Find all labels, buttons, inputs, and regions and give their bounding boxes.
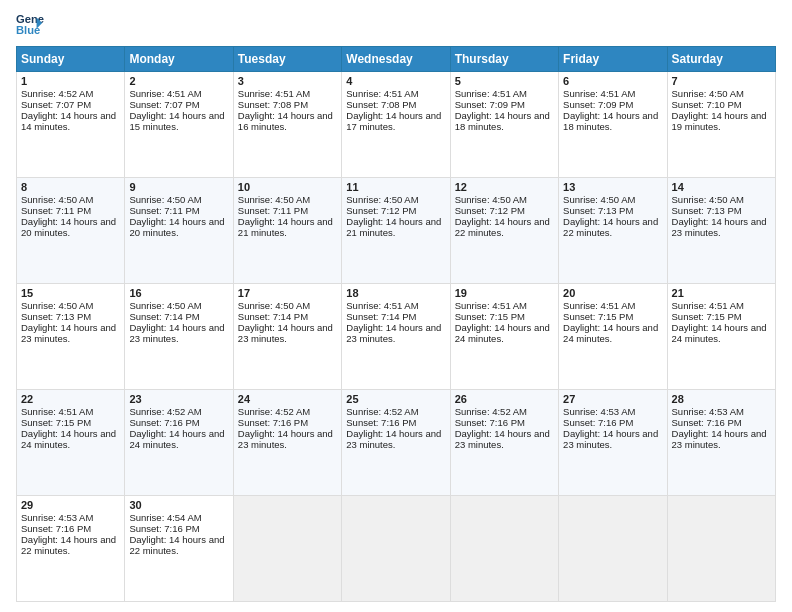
day-number: 11 bbox=[346, 181, 445, 193]
calendar-cell: 11Sunrise: 4:50 AMSunset: 7:12 PMDayligh… bbox=[342, 178, 450, 284]
calendar-cell: 22Sunrise: 4:51 AMSunset: 7:15 PMDayligh… bbox=[17, 390, 125, 496]
daylight-label: Daylight: 14 hours and 22 minutes. bbox=[455, 216, 550, 238]
daylight-label: Daylight: 14 hours and 23 minutes. bbox=[672, 428, 767, 450]
calendar-cell: 2Sunrise: 4:51 AMSunset: 7:07 PMDaylight… bbox=[125, 72, 233, 178]
day-number: 24 bbox=[238, 393, 337, 405]
weekday-header: Sunday bbox=[17, 47, 125, 72]
daylight-label: Daylight: 14 hours and 18 minutes. bbox=[563, 110, 658, 132]
sunrise-label: Sunrise: 4:51 AM bbox=[563, 88, 635, 99]
page: General Blue SundayMondayTuesdayWednesda… bbox=[0, 0, 792, 612]
sunrise-label: Sunrise: 4:51 AM bbox=[238, 88, 310, 99]
sunrise-label: Sunrise: 4:51 AM bbox=[672, 300, 744, 311]
sunset-label: Sunset: 7:12 PM bbox=[346, 205, 416, 216]
daylight-label: Daylight: 14 hours and 24 minutes. bbox=[672, 322, 767, 344]
sunrise-label: Sunrise: 4:50 AM bbox=[672, 194, 744, 205]
sunrise-label: Sunrise: 4:53 AM bbox=[672, 406, 744, 417]
calendar-cell: 23Sunrise: 4:52 AMSunset: 7:16 PMDayligh… bbox=[125, 390, 233, 496]
header: General Blue bbox=[16, 10, 776, 38]
sunrise-label: Sunrise: 4:51 AM bbox=[346, 88, 418, 99]
sunrise-label: Sunrise: 4:52 AM bbox=[238, 406, 310, 417]
calendar-cell bbox=[667, 496, 775, 602]
sunset-label: Sunset: 7:11 PM bbox=[21, 205, 91, 216]
sunset-label: Sunset: 7:13 PM bbox=[21, 311, 91, 322]
calendar-cell: 3Sunrise: 4:51 AMSunset: 7:08 PMDaylight… bbox=[233, 72, 341, 178]
daylight-label: Daylight: 14 hours and 14 minutes. bbox=[21, 110, 116, 132]
calendar-cell: 8Sunrise: 4:50 AMSunset: 7:11 PMDaylight… bbox=[17, 178, 125, 284]
day-number: 3 bbox=[238, 75, 337, 87]
calendar-cell: 27Sunrise: 4:53 AMSunset: 7:16 PMDayligh… bbox=[559, 390, 667, 496]
day-number: 6 bbox=[563, 75, 662, 87]
sunset-label: Sunset: 7:14 PM bbox=[346, 311, 416, 322]
sunset-label: Sunset: 7:14 PM bbox=[129, 311, 199, 322]
calendar-cell: 26Sunrise: 4:52 AMSunset: 7:16 PMDayligh… bbox=[450, 390, 558, 496]
sunrise-label: Sunrise: 4:50 AM bbox=[563, 194, 635, 205]
calendar-cell: 20Sunrise: 4:51 AMSunset: 7:15 PMDayligh… bbox=[559, 284, 667, 390]
day-number: 27 bbox=[563, 393, 662, 405]
calendar-cell: 17Sunrise: 4:50 AMSunset: 7:14 PMDayligh… bbox=[233, 284, 341, 390]
sunset-label: Sunset: 7:16 PM bbox=[455, 417, 525, 428]
daylight-label: Daylight: 14 hours and 20 minutes. bbox=[21, 216, 116, 238]
sunset-label: Sunset: 7:16 PM bbox=[238, 417, 308, 428]
daylight-label: Daylight: 14 hours and 23 minutes. bbox=[346, 322, 441, 344]
sunset-label: Sunset: 7:13 PM bbox=[672, 205, 742, 216]
day-number: 17 bbox=[238, 287, 337, 299]
calendar-cell: 19Sunrise: 4:51 AMSunset: 7:15 PMDayligh… bbox=[450, 284, 558, 390]
sunrise-label: Sunrise: 4:52 AM bbox=[346, 406, 418, 417]
day-number: 25 bbox=[346, 393, 445, 405]
day-number: 7 bbox=[672, 75, 771, 87]
sunrise-label: Sunrise: 4:54 AM bbox=[129, 512, 201, 523]
calendar-cell bbox=[559, 496, 667, 602]
daylight-label: Daylight: 14 hours and 21 minutes. bbox=[346, 216, 441, 238]
calendar-cell: 7Sunrise: 4:50 AMSunset: 7:10 PMDaylight… bbox=[667, 72, 775, 178]
sunset-label: Sunset: 7:16 PM bbox=[21, 523, 91, 534]
day-number: 14 bbox=[672, 181, 771, 193]
calendar-cell: 1Sunrise: 4:52 AMSunset: 7:07 PMDaylight… bbox=[17, 72, 125, 178]
sunrise-label: Sunrise: 4:50 AM bbox=[238, 300, 310, 311]
sunrise-label: Sunrise: 4:51 AM bbox=[21, 406, 93, 417]
weekday-header: Monday bbox=[125, 47, 233, 72]
daylight-label: Daylight: 14 hours and 18 minutes. bbox=[455, 110, 550, 132]
sunrise-label: Sunrise: 4:50 AM bbox=[238, 194, 310, 205]
calendar-cell bbox=[450, 496, 558, 602]
daylight-label: Daylight: 14 hours and 23 minutes. bbox=[455, 428, 550, 450]
sunrise-label: Sunrise: 4:51 AM bbox=[346, 300, 418, 311]
daylight-label: Daylight: 14 hours and 22 minutes. bbox=[563, 216, 658, 238]
weekday-header: Wednesday bbox=[342, 47, 450, 72]
day-number: 22 bbox=[21, 393, 120, 405]
calendar-cell: 28Sunrise: 4:53 AMSunset: 7:16 PMDayligh… bbox=[667, 390, 775, 496]
sunrise-label: Sunrise: 4:50 AM bbox=[346, 194, 418, 205]
sunset-label: Sunset: 7:10 PM bbox=[672, 99, 742, 110]
day-number: 13 bbox=[563, 181, 662, 193]
weekday-header: Tuesday bbox=[233, 47, 341, 72]
sunrise-label: Sunrise: 4:52 AM bbox=[21, 88, 93, 99]
sunrise-label: Sunrise: 4:50 AM bbox=[21, 194, 93, 205]
calendar-cell: 16Sunrise: 4:50 AMSunset: 7:14 PMDayligh… bbox=[125, 284, 233, 390]
calendar-cell bbox=[233, 496, 341, 602]
logo: General Blue bbox=[16, 10, 44, 38]
sunset-label: Sunset: 7:11 PM bbox=[129, 205, 199, 216]
daylight-label: Daylight: 14 hours and 17 minutes. bbox=[346, 110, 441, 132]
sunrise-label: Sunrise: 4:50 AM bbox=[672, 88, 744, 99]
sunset-label: Sunset: 7:11 PM bbox=[238, 205, 308, 216]
daylight-label: Daylight: 14 hours and 24 minutes. bbox=[21, 428, 116, 450]
day-number: 18 bbox=[346, 287, 445, 299]
calendar-cell: 24Sunrise: 4:52 AMSunset: 7:16 PMDayligh… bbox=[233, 390, 341, 496]
calendar-cell: 14Sunrise: 4:50 AMSunset: 7:13 PMDayligh… bbox=[667, 178, 775, 284]
sunrise-label: Sunrise: 4:51 AM bbox=[455, 300, 527, 311]
daylight-label: Daylight: 14 hours and 23 minutes. bbox=[21, 322, 116, 344]
calendar-cell: 25Sunrise: 4:52 AMSunset: 7:16 PMDayligh… bbox=[342, 390, 450, 496]
day-number: 4 bbox=[346, 75, 445, 87]
sunset-label: Sunset: 7:16 PM bbox=[129, 417, 199, 428]
sunset-label: Sunset: 7:12 PM bbox=[455, 205, 525, 216]
calendar-cell bbox=[342, 496, 450, 602]
calendar-cell: 4Sunrise: 4:51 AMSunset: 7:08 PMDaylight… bbox=[342, 72, 450, 178]
day-number: 9 bbox=[129, 181, 228, 193]
day-number: 30 bbox=[129, 499, 228, 511]
calendar-cell: 29Sunrise: 4:53 AMSunset: 7:16 PMDayligh… bbox=[17, 496, 125, 602]
sunset-label: Sunset: 7:15 PM bbox=[672, 311, 742, 322]
daylight-label: Daylight: 14 hours and 15 minutes. bbox=[129, 110, 224, 132]
weekday-header: Saturday bbox=[667, 47, 775, 72]
sunset-label: Sunset: 7:16 PM bbox=[346, 417, 416, 428]
sunrise-label: Sunrise: 4:51 AM bbox=[563, 300, 635, 311]
day-number: 12 bbox=[455, 181, 554, 193]
